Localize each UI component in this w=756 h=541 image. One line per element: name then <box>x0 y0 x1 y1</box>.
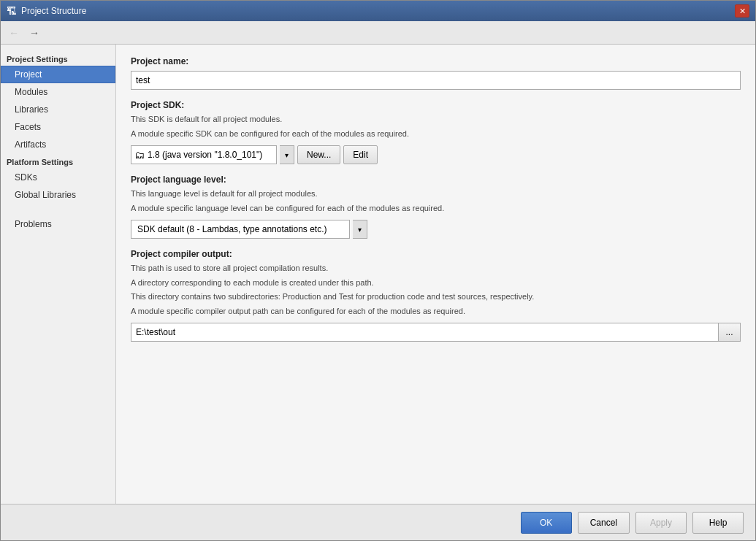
compiler-desc4: A module specific compiler output path c… <box>131 305 741 318</box>
back-button[interactable]: ← <box>5 24 23 42</box>
compiler-desc1: This path is used to store all project c… <box>131 262 741 275</box>
sidebar-item-global-libraries[interactable]: Global Libraries <box>1 186 115 204</box>
sdk-section-title: Project SDK: <box>131 100 741 110</box>
title-bar-controls: ✕ <box>735 4 749 18</box>
ok-button[interactable]: OK <box>521 512 572 534</box>
project-structure-window: 🏗 Project Structure ✕ ← → Project Settin… <box>0 0 756 541</box>
lang-section-title: Project language level: <box>131 174 741 185</box>
sidebar-item-modules[interactable]: Modules <box>1 83 115 101</box>
lang-row: SDK default (8 - Lambdas, type annotatio… <box>131 220 741 239</box>
sdk-row: 🗂 1.8 (java version "1.8.0_101") ▾ New..… <box>131 145 741 164</box>
platform-settings-label: Platform Settings <box>1 153 115 169</box>
project-name-label: Project name: <box>131 56 741 66</box>
compiler-browse-button[interactable]: ... <box>719 323 741 342</box>
compiler-path-input[interactable] <box>131 323 719 342</box>
title-bar-left: 🏗 Project Structure <box>7 5 86 17</box>
toolbar: ← → <box>1 21 755 45</box>
footer: OK Cancel Apply Help <box>1 504 755 540</box>
sdk-desc2: A module specific SDK can be configured … <box>131 128 741 140</box>
sdk-icon: 🗂 <box>134 149 145 161</box>
lang-desc2: A module specific language level can be … <box>131 202 741 215</box>
close-button[interactable]: ✕ <box>735 4 749 18</box>
lang-select[interactable]: SDK default (8 - Lambdas, type annotatio… <box>131 220 350 239</box>
main-panel: Project name: Project SDK: This SDK is d… <box>116 45 755 504</box>
sidebar-item-facets[interactable]: Facets <box>1 118 115 136</box>
sdk-dropdown-button[interactable]: ▾ <box>280 145 294 164</box>
compiler-desc2: A directory corresponding to each module… <box>131 277 741 289</box>
sidebar-item-artifacts[interactable]: Artifacts <box>1 136 115 153</box>
sidebar: Project Settings Project Modules Librari… <box>1 45 116 504</box>
sdk-new-button[interactable]: New... <box>297 145 340 164</box>
sidebar-item-sdks[interactable]: SDKs <box>1 169 115 186</box>
sdk-select-value: 1.8 (java version "1.8.0_101") <box>148 150 273 160</box>
forward-button[interactable]: → <box>26 24 43 42</box>
cancel-button[interactable]: Cancel <box>578 512 630 534</box>
compiler-desc3: This directory contains two subdirectori… <box>131 291 741 303</box>
project-name-input[interactable] <box>131 71 741 90</box>
title-bar: 🏗 Project Structure ✕ <box>1 1 755 21</box>
lang-select-value: SDK default (8 - Lambdas, type annotatio… <box>137 224 327 234</box>
project-settings-label: Project Settings <box>1 50 115 66</box>
lang-dropdown-button[interactable]: ▾ <box>353 220 367 239</box>
sidebar-item-problems[interactable]: Problems <box>1 215 115 233</box>
sdk-edit-button[interactable]: Edit <box>343 145 378 164</box>
apply-button[interactable]: Apply <box>635 512 687 534</box>
window-icon: 🏗 <box>7 5 17 17</box>
compiler-path-row: ... <box>131 323 741 342</box>
sidebar-item-libraries[interactable]: Libraries <box>1 101 115 118</box>
help-button[interactable]: Help <box>692 512 744 534</box>
content-area: Project Settings Project Modules Librari… <box>1 45 755 504</box>
sdk-select[interactable]: 🗂 1.8 (java version "1.8.0_101") <box>131 145 277 164</box>
compiler-section-title: Project compiler output: <box>131 249 741 259</box>
lang-desc1: This language level is default for all p… <box>131 188 741 200</box>
sdk-desc1: This SDK is default for all project modu… <box>131 113 741 126</box>
sidebar-item-project[interactable]: Project <box>1 66 115 83</box>
window-title: Project Structure <box>21 6 86 16</box>
